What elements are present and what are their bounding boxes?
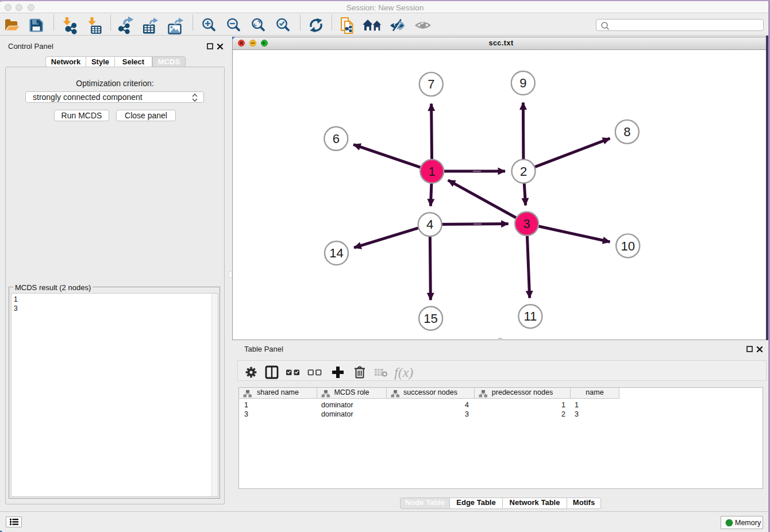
svg-text:2: 2 [520,164,527,179]
svg-text:9: 9 [519,76,526,90]
svg-text:8: 8 [623,125,630,139]
svg-text:10: 10 [621,239,634,253]
svg-text:3: 3 [523,217,530,231]
svg-text:6: 6 [333,132,340,146]
svg-text:7: 7 [428,77,434,91]
svg-text:1: 1 [429,164,436,179]
svg-text:11: 11 [523,309,537,323]
svg-text:15: 15 [424,311,437,326]
svg-text:14: 14 [329,246,343,260]
svg-text:4: 4 [426,217,433,232]
svg-text:f(x): f(x) [394,365,413,380]
